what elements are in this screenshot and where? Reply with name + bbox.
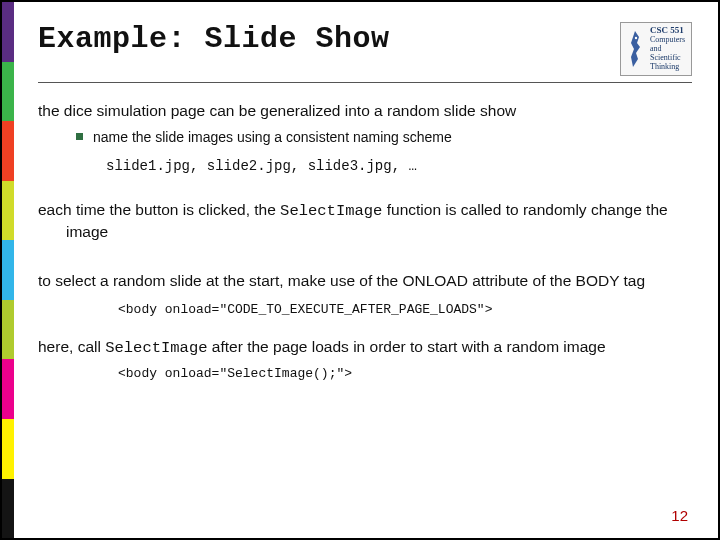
text: here, call [38,338,105,355]
slide: Example: Slide Show CSC 551 Computers an… [0,0,720,540]
bullet-icon [76,133,83,140]
course-logo: CSC 551 Computers and Scientific Thinkin… [620,22,692,76]
text: each time the button is clicked, the [38,201,280,218]
slide-content: Example: Slide Show CSC 551 Computers an… [14,2,718,538]
sub-bullet-text: name the slide images using a consistent… [93,128,452,147]
sub-bullet: name the slide images using a consistent… [76,128,692,147]
paragraph: here, call SelectImage after the page lo… [38,337,692,359]
code-onload-template: <body onload="CODE_TO_EXECUTE_AFTER_PAGE… [118,301,692,319]
text: after the page loads in order to start w… [208,338,606,355]
paragraph: to select a random slide at the start, m… [38,271,692,292]
logo-text: CSC 551 Computers and Scientific Thinkin… [650,26,685,71]
left-stripe-decor [2,2,14,538]
slide-body: the dice simulation page can be generali… [38,101,692,382]
logo-line: Thinking [650,63,685,72]
svg-point-0 [635,37,637,39]
paragraph: the dice simulation page can be generali… [38,101,692,122]
bluejay-icon [624,26,646,72]
header: Example: Slide Show CSC 551 Computers an… [38,22,692,83]
page-number: 12 [671,507,688,524]
inline-code: SelectImage [280,202,382,220]
code-onload-example: <body onload="SelectImage();"> [118,365,692,383]
code-filenames: slide1.jpg, slide2.jpg, slide3.jpg, … [106,157,692,176]
paragraph: each time the button is clicked, the Sel… [38,200,692,243]
inline-code: SelectImage [105,339,207,357]
slide-title: Example: Slide Show [38,22,390,56]
